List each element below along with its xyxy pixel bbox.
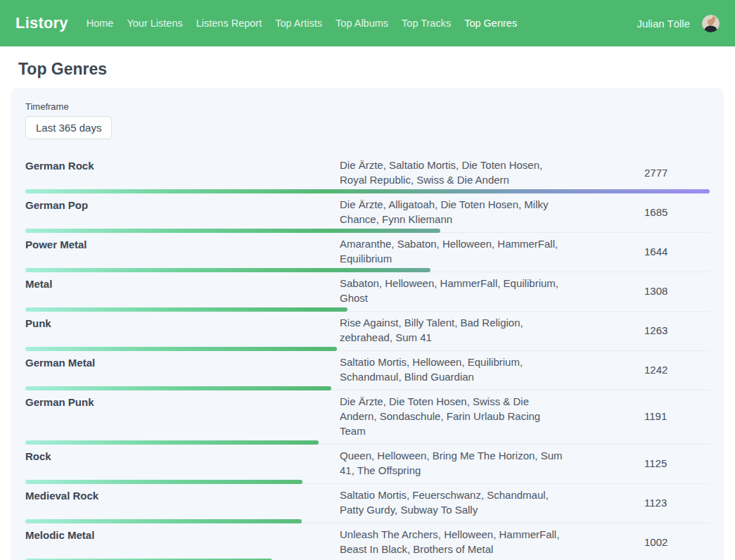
genre-row: German PunkDie Ärzte, Die Toten Hosen, S… bbox=[25, 390, 710, 445]
genre-name: Metal bbox=[25, 276, 340, 305]
genre-name: Punk bbox=[25, 315, 340, 345]
nav-item-top-albums[interactable]: Top Albums bbox=[335, 18, 388, 29]
page-title: Top Genres bbox=[18, 60, 735, 79]
genre-row: PunkRise Against, Billy Talent, Bad Reli… bbox=[25, 312, 710, 351]
nav-item-listens-report[interactable]: Listens Report bbox=[196, 18, 262, 29]
genre-name: Power Metal bbox=[25, 236, 340, 266]
genre-row: Medieval RockSaltatio Mortis, Feuerschwa… bbox=[25, 484, 710, 523]
genre-listen-count: 1125 bbox=[566, 457, 710, 469]
genre-listen-count: 1123 bbox=[566, 497, 710, 509]
nav-item-top-tracks[interactable]: Top Tracks bbox=[402, 18, 451, 29]
timeframe-select[interactable]: Last 365 days bbox=[25, 116, 112, 139]
genre-listen-count: 1644 bbox=[566, 246, 710, 257]
avatar-photo bbox=[702, 15, 720, 32]
genre-listen-count: 1685 bbox=[566, 206, 710, 218]
genre-row: Melodic MetalUnleash The Archers, Hellow… bbox=[25, 523, 710, 560]
genre-listen-count: 1263 bbox=[566, 324, 710, 336]
nav-item-your-listens[interactable]: Your Listens bbox=[127, 18, 182, 29]
genre-top-artists: Die Ärzte, Die Toten Hosen, Swiss & Die … bbox=[340, 394, 566, 438]
genre-table: German RockDie Ärzte, Saltatio Mortis, D… bbox=[25, 154, 710, 560]
genre-row: German RockDie Ärzte, Saltatio Mortis, D… bbox=[25, 154, 710, 193]
user-avatar-icon[interactable] bbox=[702, 15, 720, 32]
top-genres-card: Timeframe Last 365 days German RockDie Ä… bbox=[11, 88, 724, 560]
app-header: Listory HomeYour ListensListens ReportTo… bbox=[0, 0, 735, 46]
genre-name: German Metal bbox=[25, 355, 340, 384]
genre-listen-count: 1191 bbox=[566, 410, 710, 422]
app-logo[interactable]: Listory bbox=[15, 14, 68, 32]
genre-top-artists: Rise Against, Billy Talent, Bad Religion… bbox=[340, 315, 566, 345]
genre-listen-count: 1002 bbox=[566, 536, 710, 548]
genre-row: RockQueen, Helloween, Bring Me The Horiz… bbox=[25, 445, 710, 484]
genre-listen-count: 1308 bbox=[566, 285, 710, 297]
genre-row: German PopDie Ärzte, Alligatoah, Die Tot… bbox=[25, 193, 710, 233]
genre-top-artists: Saltatio Mortis, Helloween, Equilibrium,… bbox=[340, 355, 566, 384]
genre-top-artists: Queen, Helloween, Bring Me The Horizon, … bbox=[340, 448, 566, 478]
genre-listen-count: 1242 bbox=[566, 364, 710, 376]
main-nav: HomeYour ListensListens ReportTop Artist… bbox=[87, 18, 637, 29]
genre-row: MetalSabaton, Helloween, HammerFall, Equ… bbox=[25, 272, 710, 312]
genre-row: Power MetalAmaranthe, Sabaton, Helloween… bbox=[25, 233, 710, 272]
genre-name: Melodic Metal bbox=[25, 527, 340, 556]
genre-top-artists: Unleash The Archers, Helloween, HammerFa… bbox=[340, 527, 566, 556]
nav-item-top-artists[interactable]: Top Artists bbox=[275, 18, 322, 29]
genre-name: German Pop bbox=[25, 197, 340, 227]
timeframe-label: Timeframe bbox=[25, 101, 710, 112]
genre-top-artists: Die Ärzte, Alligatoah, Die Toten Hosen, … bbox=[340, 197, 566, 227]
genre-top-artists: Sabaton, Helloween, HammerFall, Equilibr… bbox=[340, 276, 566, 305]
genre-top-artists: Saltatio Mortis, Feuerschwanz, Schandmau… bbox=[340, 488, 566, 517]
user-name[interactable]: Julian Tölle bbox=[637, 18, 690, 30]
genre-name: German Punk bbox=[25, 394, 340, 438]
genre-name: Medieval Rock bbox=[25, 488, 340, 517]
user-box: Julian Tölle bbox=[637, 15, 720, 32]
genre-row: German MetalSaltatio Mortis, Helloween, … bbox=[25, 351, 710, 390]
genre-listen-count: 2777 bbox=[566, 167, 710, 179]
nav-item-home[interactable]: Home bbox=[87, 18, 114, 29]
genre-name: Rock bbox=[25, 448, 340, 478]
genre-top-artists: Die Ärzte, Saltatio Mortis, Die Toten Ho… bbox=[340, 158, 566, 187]
genre-top-artists: Amaranthe, Sabaton, Helloween, HammerFal… bbox=[340, 236, 566, 266]
nav-item-top-genres[interactable]: Top Genres bbox=[464, 18, 517, 29]
genre-name: German Rock bbox=[25, 158, 340, 187]
